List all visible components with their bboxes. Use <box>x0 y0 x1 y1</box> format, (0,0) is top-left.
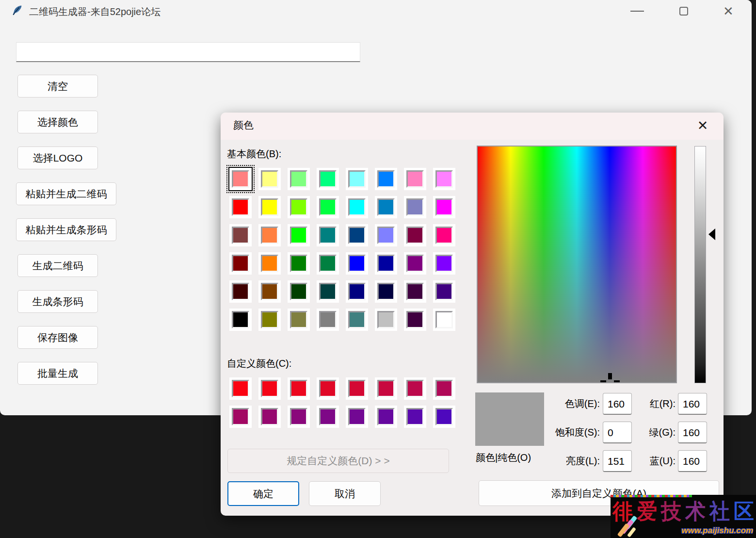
luminance-slider[interactable] <box>694 146 706 383</box>
custom-color-swatch[interactable] <box>288 377 310 400</box>
basic-color-swatch[interactable] <box>317 196 339 218</box>
custom-color-swatch[interactable] <box>317 406 339 428</box>
custom-color-swatch[interactable] <box>433 406 455 428</box>
choose-logo-button[interactable]: 选择LOGO <box>17 147 98 169</box>
basic-color-swatch[interactable] <box>346 224 368 246</box>
hue-saturation-field[interactable] <box>477 146 677 383</box>
color-dialog-close-button[interactable]: ✕ <box>692 114 714 137</box>
close-button[interactable]: ✕ <box>713 0 744 22</box>
basic-color-swatch[interactable] <box>317 280 339 303</box>
basic-color-swatch-fill <box>261 227 278 244</box>
basic-color-swatch[interactable] <box>433 280 455 303</box>
choose-color-button[interactable]: 选择颜色 <box>17 111 98 133</box>
basic-color-swatch[interactable] <box>346 309 368 331</box>
green-field[interactable] <box>678 422 707 443</box>
basic-color-swatch[interactable] <box>433 196 455 218</box>
custom-color-swatch[interactable] <box>404 406 426 428</box>
basic-color-swatch[interactable] <box>258 168 281 190</box>
custom-color-swatch-fill <box>232 380 249 397</box>
basic-color-swatch[interactable] <box>375 252 397 275</box>
basic-color-swatch[interactable] <box>229 224 252 246</box>
basic-color-swatch[interactable] <box>288 309 310 331</box>
basic-color-swatch-fill <box>348 198 366 216</box>
basic-color-swatch[interactable] <box>433 252 455 275</box>
batch-generate-button[interactable]: 批量生成 <box>17 362 98 385</box>
basic-color-swatch[interactable] <box>346 280 368 303</box>
blue-field[interactable] <box>678 450 707 472</box>
basic-color-swatch[interactable] <box>433 168 455 190</box>
saturation-label: 饱和度(S): <box>516 422 600 443</box>
basic-color-swatch[interactable] <box>229 309 252 331</box>
basic-color-swatch[interactable] <box>229 280 252 303</box>
basic-color-swatch[interactable] <box>404 280 426 303</box>
custom-color-swatch[interactable] <box>288 406 310 428</box>
custom-color-grid <box>229 377 472 436</box>
custom-color-swatch[interactable] <box>346 406 368 428</box>
custom-color-swatch[interactable] <box>258 377 281 400</box>
basic-color-swatch[interactable] <box>317 252 339 275</box>
basic-color-swatch[interactable] <box>288 252 310 275</box>
save-image-button[interactable]: 保存图像 <box>17 326 98 349</box>
basic-color-swatch[interactable] <box>288 168 310 190</box>
basic-colors-label: 基本颜色(B): <box>227 147 281 161</box>
custom-color-swatch[interactable] <box>258 406 281 428</box>
maximize-button[interactable] <box>668 0 699 22</box>
basic-color-swatch[interactable] <box>404 252 426 275</box>
basic-color-swatch[interactable] <box>375 309 397 331</box>
basic-color-swatch[interactable] <box>288 280 310 303</box>
basic-color-swatch[interactable] <box>375 168 397 190</box>
custom-color-swatch-fill <box>377 380 395 397</box>
minimize-button[interactable] <box>622 0 653 22</box>
ok-button[interactable]: 确定 <box>227 481 299 506</box>
basic-color-swatch[interactable] <box>404 224 426 246</box>
basic-color-swatch[interactable] <box>346 252 368 275</box>
custom-color-swatch[interactable] <box>375 377 397 400</box>
basic-color-swatch[interactable] <box>404 168 426 190</box>
basic-color-swatch[interactable] <box>346 168 368 190</box>
basic-color-swatch-fill <box>319 311 337 328</box>
basic-color-swatch[interactable] <box>317 224 339 246</box>
basic-color-swatch[interactable] <box>288 224 310 246</box>
basic-color-swatch[interactable] <box>317 309 339 331</box>
basic-color-swatch[interactable] <box>404 196 426 218</box>
basic-color-swatch[interactable] <box>258 196 281 218</box>
hue-field[interactable] <box>603 393 632 415</box>
luminance-field[interactable] <box>603 450 632 472</box>
luminance-slider-handle[interactable] <box>708 228 715 240</box>
saturation-field[interactable] <box>603 422 632 443</box>
clear-button[interactable]: 清空 <box>17 75 98 98</box>
basic-color-swatch[interactable] <box>258 224 281 246</box>
custom-color-swatch[interactable] <box>317 377 339 400</box>
luminance-label: 亮度(L): <box>516 450 600 472</box>
custom-color-swatch[interactable] <box>346 377 368 400</box>
basic-color-swatch[interactable] <box>229 252 252 275</box>
custom-color-swatch[interactable] <box>229 406 252 428</box>
basic-color-swatch[interactable] <box>404 309 426 331</box>
basic-color-swatch[interactable] <box>375 280 397 303</box>
generate-barcode-button[interactable]: 生成条形码 <box>17 290 98 313</box>
paste-and-generate-qrcode-button[interactable]: 粘贴并生成二维码 <box>16 182 116 205</box>
red-field[interactable] <box>678 393 707 415</box>
custom-color-swatch[interactable] <box>229 377 252 400</box>
basic-color-swatch[interactable] <box>288 196 310 218</box>
basic-color-swatch[interactable] <box>433 224 455 246</box>
basic-color-swatch[interactable] <box>258 309 281 331</box>
custom-color-swatch[interactable] <box>375 406 397 428</box>
paste-and-generate-barcode-button[interactable]: 粘贴并生成条形码 <box>16 218 116 241</box>
basic-color-swatch[interactable] <box>229 196 252 218</box>
basic-color-swatch[interactable] <box>258 280 281 303</box>
text-input[interactable] <box>16 42 360 62</box>
custom-color-swatch[interactable] <box>404 377 426 400</box>
basic-color-swatch-fill <box>377 283 395 300</box>
basic-color-swatch[interactable] <box>258 252 281 275</box>
basic-color-swatch[interactable] <box>229 168 252 190</box>
basic-color-swatch[interactable] <box>317 168 339 190</box>
basic-color-swatch[interactable] <box>346 196 368 218</box>
basic-color-swatch[interactable] <box>375 196 397 218</box>
cancel-button[interactable]: 取消 <box>309 481 381 506</box>
basic-color-swatch-fill <box>290 198 307 216</box>
custom-color-swatch[interactable] <box>433 377 455 400</box>
basic-color-swatch[interactable] <box>433 309 455 331</box>
generate-qrcode-button[interactable]: 生成二维码 <box>17 254 98 277</box>
basic-color-swatch[interactable] <box>375 224 397 246</box>
